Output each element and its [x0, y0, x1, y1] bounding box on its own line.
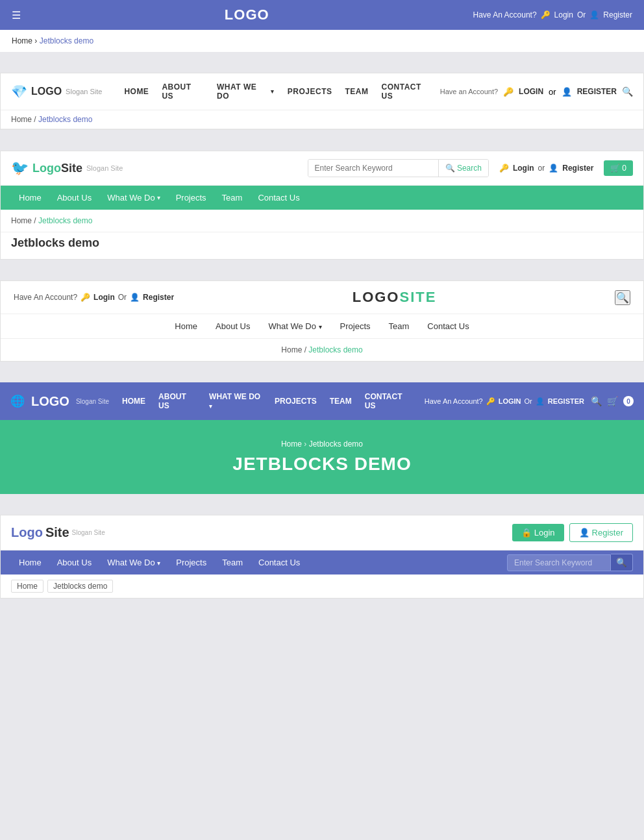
section1-wrapper: ☰ LOGO Have An Account? 🔑 Login Or 👤 Reg… [0, 0, 644, 52]
s5-nav-projects[interactable]: PROJECTS [268, 393, 323, 409]
s4-login-icon: 🔑 [80, 293, 90, 302]
s4-search-button[interactable]: 🔍 [615, 290, 630, 305]
s5-register-link[interactable]: REGISTER [548, 397, 584, 405]
s4-logo-center: LOGOSITE [174, 289, 615, 306]
s5-login-link[interactable]: LOGIN [499, 397, 521, 405]
s1-header: ☰ LOGO Have An Account? 🔑 Login Or 👤 Reg… [0, 0, 644, 30]
s5-hero-title: JETBLOCKS DEMO [13, 454, 631, 475]
s3-page-title: Jetblocks demo [1, 232, 643, 259]
s3-bc-home: Home [11, 216, 32, 225]
nav-team[interactable]: TEAM [339, 83, 375, 100]
s1-auth-area: Have An Account? 🔑 Login Or 👤 Register [473, 10, 632, 19]
s4-auth-left: Have An Account? 🔑 Login Or 👤 Register [14, 293, 174, 302]
s3-nav-contact-us[interactable]: Contact Us [250, 186, 307, 210]
chevron-down-icon: ▾ [157, 560, 160, 567]
s1-bc-current[interactable]: Jetblocks demo [40, 36, 93, 45]
s5-nav-home[interactable]: HOME [116, 393, 152, 409]
s3-search-button[interactable]: 🔍 Search [438, 160, 488, 177]
search-button[interactable]: 🔍 [622, 86, 633, 97]
s3-nav-projects[interactable]: Projects [168, 186, 214, 210]
spacer1 [0, 62, 644, 73]
s3-brand: 🐦 LogoSite Slogan Site [11, 160, 123, 177]
s6-top: LogoSite Slogan Site 🔒 Login 👤 Register [1, 515, 643, 550]
s4-nav-team[interactable]: Team [380, 318, 419, 334]
s6-nav-home[interactable]: Home [11, 550, 49, 574]
s4-nav-home[interactable]: Home [166, 318, 206, 334]
s4-nav-what-we-do[interactable]: What We Do ▾ [260, 318, 331, 334]
nav-projects[interactable]: PROJECTS [281, 83, 339, 100]
s5-nav-what-we-do[interactable]: WHAT WE DO ▾ [203, 389, 268, 414]
spacer5 [0, 504, 644, 515]
s2-brand-logo: LOGO [31, 86, 62, 97]
s6-register-button[interactable]: 👤 Register [569, 523, 633, 542]
s6-nav-projects[interactable]: Projects [168, 550, 214, 574]
hamburger-icon[interactable]: ☰ [12, 9, 21, 21]
s3-bc-current[interactable]: Jetblocks demo [38, 216, 92, 225]
s4-login-link[interactable]: Login [93, 293, 115, 302]
s4-nav-contact-us[interactable]: Contact Us [418, 318, 478, 334]
s3-nav-about-us[interactable]: About Us [49, 186, 99, 210]
s5-nav-about-us[interactable]: ABOUT US [152, 389, 203, 414]
s5-nav-contact-us[interactable]: CONTACT US [358, 389, 418, 414]
s4-bc-current[interactable]: Jetblocks demo [308, 345, 362, 354]
s3-login-link[interactable]: Login [513, 164, 534, 173]
s6-nav-contact-us[interactable]: Contact Us [251, 550, 308, 574]
diamond-icon: 💎 [11, 84, 27, 99]
s3-top: 🐦 LogoSite Slogan Site 🔍 Search 🔑 Login … [1, 151, 643, 186]
s4-top: Have An Account? 🔑 Login Or 👤 Register L… [1, 281, 643, 314]
section4-wrapper: Have An Account? 🔑 Login Or 👤 Register L… [0, 280, 644, 362]
s1-register-link[interactable]: Register [603, 10, 632, 19]
s1-login-link[interactable]: Login [554, 10, 573, 19]
s2-breadcrumb: Home / Jetblocks demo [1, 110, 643, 129]
s6-nav-about-us[interactable]: About Us [49, 550, 99, 574]
s5-nav-team[interactable]: TEAM [323, 393, 358, 409]
s3-nav-what-we-do[interactable]: What We Do ▾ [99, 186, 167, 210]
s5-hero-bc-home[interactable]: Home [281, 439, 302, 449]
chevron-down-icon: ▾ [271, 88, 275, 95]
s2-register-btn[interactable]: REGISTER [577, 87, 617, 96]
s5-hero-bc-current[interactable]: Jetblocks demo [309, 439, 363, 449]
s2-bc-current[interactable]: Jetblocks demo [38, 115, 92, 124]
s5-logo: LOGO [31, 394, 69, 409]
s5-dark-header: 🌐 LOGO Slogan Site HOME ABOUT US WHAT WE… [0, 382, 644, 420]
chevron-down-icon: ▾ [209, 403, 212, 410]
s3-brand-slogan: Slogan Site [86, 164, 123, 172]
bird-icon: 🐦 [11, 160, 29, 177]
s3-search-input[interactable] [308, 160, 438, 177]
s5-slogan: Slogan Site [76, 398, 109, 405]
s6-search-input[interactable] [507, 554, 611, 571]
s4-register-link[interactable]: Register [143, 293, 174, 302]
s6-nav-what-we-do[interactable]: What We Do ▾ [99, 550, 168, 574]
s3-nav-team[interactable]: Team [214, 186, 251, 210]
nav-contact-us[interactable]: CONTACT US [375, 79, 440, 105]
s6-nav-team[interactable]: Team [214, 550, 251, 574]
s2-or-text: or [549, 87, 556, 97]
s6-logo-l: Logo [11, 525, 43, 540]
s3-nav-home[interactable]: Home [11, 186, 49, 210]
s6-search-button[interactable]: 🔍 [611, 554, 633, 571]
nav-home[interactable]: HOME [118, 83, 155, 100]
nav-about-us[interactable]: ABOUT US [155, 79, 210, 105]
s2-bc-home: Home [11, 115, 32, 124]
s4-have-account: Have An Account? [14, 293, 77, 302]
section6-wrapper: LogoSite Slogan Site 🔒 Login 👤 Register … [0, 515, 644, 599]
s2-login-btn[interactable]: LOGIN [519, 87, 543, 96]
s3-auth: 🔑 Login or 👤 Register [499, 164, 593, 173]
s6-auth-right: 🔒 Login 👤 Register [512, 523, 633, 542]
s5-register-icon: 👤 [536, 397, 545, 406]
s5-cart-icon[interactable]: 🛒 [607, 396, 618, 406]
s3-register-link[interactable]: Register [562, 164, 593, 173]
s4-bc-home: Home [281, 345, 302, 354]
s3-login-icon: 🔑 [499, 164, 509, 173]
s3-cart[interactable]: 🛒 0 [604, 160, 633, 176]
s5-icons: 🔍 🛒 0 [591, 396, 634, 406]
nav-what-we-do-link[interactable]: WHAT WE DO ▾ [210, 79, 281, 105]
s5-search-icon[interactable]: 🔍 [591, 396, 602, 406]
s4-nav-about-us[interactable]: About Us [206, 318, 259, 334]
s2-nav: 💎 LOGO Slogan Site HOME ABOUT US WHAT WE… [1, 73, 643, 110]
s6-login-button[interactable]: 🔒 Login [512, 524, 564, 541]
s1-or-text: Or [577, 10, 586, 19]
s4-nav-projects[interactable]: Projects [331, 318, 380, 334]
s4-breadcrumb: Home / Jetblocks demo [1, 339, 643, 361]
s6-breadcrumb: Home Jetblocks demo [1, 574, 643, 598]
